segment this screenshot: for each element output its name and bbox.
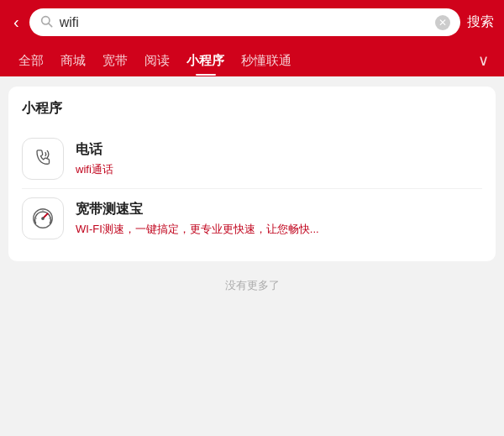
nav-tabs: 全部 商城 宽带 阅读 小程序 秒懂联通 ∨ [10,45,494,76]
list-item[interactable]: 宽带测速宝 WI-FI测速，一键搞定，更专业更快速，让您畅快... [22,189,482,248]
item-title-phone: 电话 [76,141,482,159]
item-subtitle-speedtest: WI-FI测速，一键搞定，更专业更快速，让您畅快... [76,222,482,237]
nav-more-button[interactable]: ∨ [473,45,494,76]
tab-broadband[interactable]: 宽带 [94,46,136,76]
section-card: 小程序 电话 wifi通话 [8,87,496,261]
search-submit-button[interactable]: 搜索 [467,13,494,31]
svg-point-4 [41,217,45,220]
tab-understand[interactable]: 秒懂联通 [233,46,300,76]
item-info-speedtest: 宽带测速宝 WI-FI测速，一键搞定，更专业更快速，让您畅快... [76,201,482,237]
item-title-speedtest: 宽带测速宝 [76,201,482,218]
main-content: 小程序 电话 wifi通话 [0,76,504,320]
back-button[interactable]: ‹ [10,9,23,35]
tab-all[interactable]: 全部 [10,46,52,76]
search-input[interactable] [60,15,428,30]
section-title: 小程序 [22,100,482,118]
speedometer-icon [22,197,64,239]
tab-mall[interactable]: 商城 [52,46,94,76]
search-icon [39,14,53,30]
item-info-phone: 电话 wifi通话 [76,141,482,177]
footer-no-more: 没有更多了 [8,278,496,310]
search-bar: ✕ [29,8,460,36]
clear-button[interactable]: ✕ [435,15,450,30]
header: ‹ ✕ 搜索 全部 商城 宽带 阅读 小程序 秒懂联通 ∨ [0,0,504,76]
item-subtitle-phone: wifi通话 [76,162,482,177]
tab-miniapp[interactable]: 小程序 [178,46,233,76]
search-row: ‹ ✕ 搜索 [10,8,494,36]
phone-wifi-icon [22,138,64,180]
tab-reading[interactable]: 阅读 [136,46,178,76]
list-item[interactable]: 电话 wifi通话 [22,129,482,189]
svg-line-1 [49,24,52,27]
